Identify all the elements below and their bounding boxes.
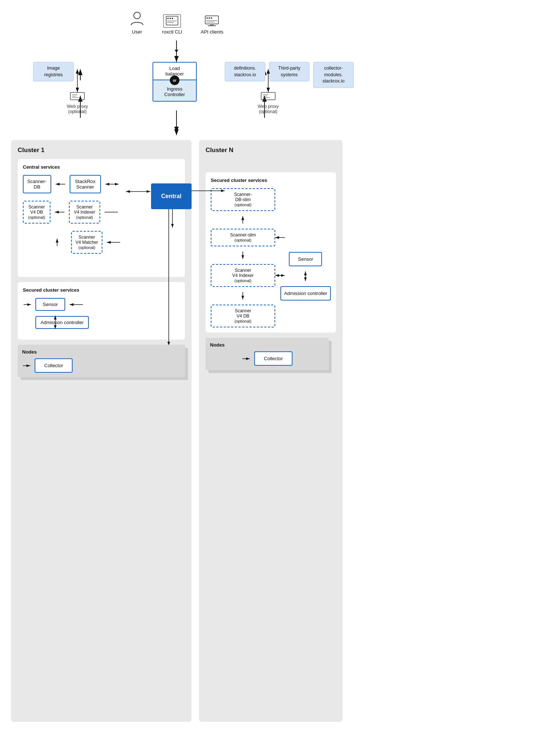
clusterN-collector-box: Collector: [254, 351, 292, 366]
central-services-title: Central services: [23, 164, 180, 170]
top-users-row: User roxctl CLI: [11, 11, 343, 35]
svg-rect-15: [205, 16, 218, 24]
scanner-v4-db-box: ScannerV4 DB(optional): [23, 201, 50, 224]
third-party-label: Third-partysystems: [278, 66, 300, 77]
cluster1-nodes-box: Nodes Collector: [18, 345, 185, 377]
svg-point-18: [211, 17, 212, 19]
user-icon: [130, 11, 144, 28]
stackrox-scanner-box: StackRoxScanner: [70, 175, 101, 193]
clusterN-nodes-box: Nodes Collector: [206, 338, 329, 370]
definitions-box: definitions.stackrox.io: [225, 62, 265, 81]
roxctl-label: roxctl CLI: [162, 29, 182, 35]
web-proxy-left-label: Web proxy(optional): [67, 104, 88, 114]
image-registries-label: Imageregistries: [44, 66, 63, 77]
clusterN-title: Cluster N: [206, 147, 336, 154]
user-label: User: [132, 29, 142, 35]
web-proxy-left: Web proxy(optional): [59, 92, 96, 114]
clusterN-sensor-box: Sensor: [289, 252, 322, 266]
clusterN-secured-title: Secured cluster services: [211, 178, 331, 183]
scanner-db-box: Scanner-DB: [23, 175, 51, 193]
load-balancer-group: Loadbalancer or IngressController: [153, 62, 200, 102]
web-proxy-right: Web proxy(optional): [250, 92, 287, 114]
cluster1-sensor-box: Sensor: [35, 298, 65, 311]
image-registries-box: Imageregistries: [33, 62, 74, 81]
collector-modules-box: collector-modules.stackrox.io: [313, 62, 354, 88]
clusterN-admission-box: Admission controller: [280, 286, 331, 301]
cluster1-collector-box: Collector: [35, 358, 73, 373]
api-item: API clients: [201, 15, 223, 35]
roxctl-item: roxctl CLI: [162, 14, 182, 35]
svg-point-12: [172, 18, 173, 19]
cluster1-secured-box: Secured cluster services Sensor: [18, 282, 185, 340]
or-badge: or: [170, 75, 179, 85]
collector-modules-label: collector-modules.stackrox.io: [322, 66, 344, 84]
api-label: API clients: [201, 29, 223, 35]
definitions-label: definitions.stackrox.io: [234, 66, 256, 77]
svg-point-11: [169, 18, 171, 19]
cluster1-secured-title: Secured cluster services: [23, 287, 180, 293]
roxctl-icon: [163, 14, 181, 28]
cluster1-title: Cluster 1: [18, 147, 185, 154]
svg-point-8: [134, 12, 140, 19]
clusterN-scanner-v4-indexer-box: ScannerV4 Indexer(optional): [211, 264, 275, 287]
api-icon: [205, 15, 219, 28]
svg-rect-9: [166, 16, 178, 25]
svg-point-10: [167, 18, 169, 19]
scanner-v4-matcher-box: ScannerV4 Matcher(optional): [71, 231, 102, 254]
svg-point-16: [206, 17, 208, 19]
third-party-box: Third-partysystems: [269, 62, 309, 81]
svg-point-17: [209, 17, 210, 19]
cluster1-nodes-title: Nodes: [22, 349, 181, 355]
clusterN-nodes-title: Nodes: [210, 342, 324, 348]
user-item: User: [130, 11, 144, 35]
clusterN-scanner-v4-db-box: ScannerV4 DB(optional): [211, 305, 275, 327]
scanner-v4-indexer-box: ScannerV4 Indexer(optional): [69, 201, 100, 224]
